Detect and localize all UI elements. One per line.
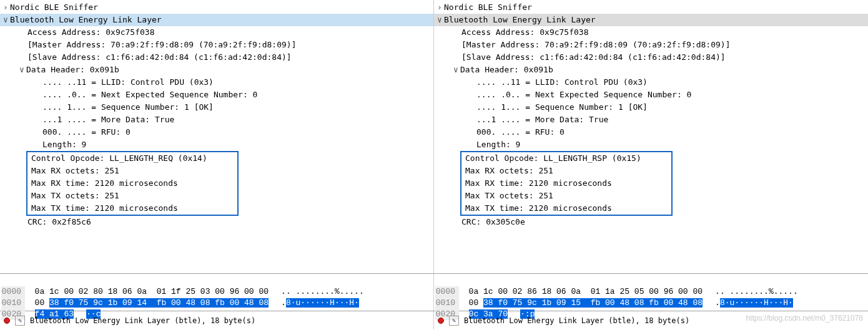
tree-item-sn[interactable]: .... 1... = Sequence Number: 1 [OK] [0,101,433,114]
tree-item-master-addr[interactable]: [Master Address: 70:a9:2f:f9:d8:09 (70:a… [0,39,433,51]
label: Control Opcode: LL_LENGTH_REQ (0x14) [31,153,207,163]
right-pane: ›Nordic BLE Sniffer ∨Bluetooth Low Energ… [434,0,868,273]
tree-item-nesn[interactable]: .... .0.. = Next Expected Sequence Numbe… [0,89,433,101]
tree-item-nesn[interactable]: .... .0.. = Next Expected Sequence Numbe… [434,89,868,101]
highlight-box: Control Opcode: LL_LENGTH_REQ (0x14) Max… [26,151,239,216]
tree-item-access-addr[interactable]: Access Address: 0x9c75f038 [434,26,868,39]
hex-ascii: .8·u······H···H· [703,298,793,309]
tree-item-llid[interactable]: .... ..11 = LLID: Control PDU (0x3) [0,76,433,89]
tree-item-access-addr[interactable]: Access Address: 0x9c75f038 [0,26,433,39]
hex-row[interactable]: 0000 0a 1c 00 02 80 18 06 0a 01 1f 25 03… [1,287,364,296]
left-pane: ›Nordic BLE Sniffer ∨Bluetooth Low Energ… [0,0,434,273]
tree-item-nordic[interactable]: ›Nordic BLE Sniffer [434,1,868,14]
hex-ascii: .. ........%..... [269,286,364,298]
label: .... .0.. = Next Expected Sequence Numbe… [42,90,257,99]
hex-ascii: .. ........%..... [703,286,798,298]
label: CRC: 0x305c0e [461,217,525,226]
label: Max TX octets: 251 [31,191,119,200]
hex-bytes: 0a 1c 00 02 80 18 06 0a 01 1f 25 03 00 9… [35,287,269,296]
tree-item-tx-time[interactable]: Max TX time: 2120 microseconds [27,202,237,215]
label: Data Header: 0x091b [26,65,119,74]
tree-item-opcode[interactable]: Control Opcode: LL_LENGTH_REQ (0x14) [27,152,237,165]
hex-bytes-plain: 00 [35,298,49,308]
tree-item-crc[interactable]: CRC: 0x305c0e [434,216,868,228]
tree-item-rx-time[interactable]: Max RX time: 2120 microseconds [27,177,237,190]
label: Max RX octets: 251 [31,166,119,175]
tree-item-crc[interactable]: CRC: 0x2f85c6 [0,216,433,228]
tree-item-tx-octets[interactable]: Max TX octets: 251 [461,190,671,202]
hex-row[interactable]: 0000 0a 1c 00 02 86 18 06 0a 01 1a 25 05… [435,287,798,296]
tree-item-length[interactable]: Length: 9 [0,138,433,151]
label: [Master Address: 70:a9:2f:f9:d8:09 (70:a… [461,40,730,49]
hex-dump-right[interactable]: 0000 0a 1c 00 02 86 18 06 0a 01 1a 25 05… [434,274,868,311]
hex-ascii: .8·u······H···H· [269,298,359,309]
edit-icon[interactable]: ✎ [449,316,459,326]
label: 000. .... = RFU: 0 [476,127,565,137]
hex-row[interactable]: 0010 00 38 f0 75 9c 1b 09 15 fb 00 48 08… [435,298,793,308]
tree-item-data-header[interactable]: ∨Data Header: 0x091b [0,64,433,76]
packet-tree-right[interactable]: ›Nordic BLE Sniffer ∨Bluetooth Low Energ… [434,0,868,273]
status-text: Bluetooth Low Energy Link Layer (btle), … [464,315,689,326]
packet-tree-left[interactable]: ›Nordic BLE Sniffer ∨Bluetooth Low Energ… [0,0,433,273]
label: ...1 .... = More Data: True [42,115,174,124]
tree-item-length[interactable]: Length: 9 [434,138,868,151]
label: [Slave Address: c1:f6:ad:42:0d:84 (c1:f6… [27,52,292,62]
hex-bytes-highlight: 38 f0 75 9c 1b 09 14 fb 00 48 08 fb 00 4… [49,298,269,308]
hex-bytes-highlight: 38 f0 75 9c 1b 09 15 fb 00 48 08 fb 00 4… [483,298,703,308]
tree-item-tx-time[interactable]: Max TX time: 2120 microseconds [461,202,671,215]
status-text: Bluetooth Low Energy Link Layer (btle), … [30,315,255,326]
tree-item-llid[interactable]: .... ..11 = LLID: Control PDU (0x3) [434,76,868,89]
highlight-box: Control Opcode: LL_LENGTH_RSP (0x15) Max… [460,151,673,216]
chevron-right-icon: › [436,1,443,14]
tree-item-rfu[interactable]: 000. .... = RFU: 0 [434,126,868,138]
status-left: ✎ Bluetooth Low Energy Link Layer (btle)… [0,311,434,329]
label: [Slave Address: c1:f6:ad:42:0d:84 (c1:f6… [461,52,726,62]
label: ...1 .... = More Data: True [476,115,608,124]
label: Length: 9 [476,140,520,149]
tree-item-ll-layer[interactable]: ∨Bluetooth Low Energy Link Layer [434,14,868,26]
tree-item-tx-octets[interactable]: Max TX octets: 251 [27,190,237,202]
tree-item-rx-octets[interactable]: Max RX octets: 251 [27,165,237,177]
hex-offset: 0000 [1,286,25,298]
label: Max TX time: 2120 microseconds [465,203,612,213]
hex-dump-panes: 0000 0a 1c 00 02 80 18 06 0a 01 1f 25 03… [0,273,868,311]
edit-icon[interactable]: ✎ [15,316,25,326]
tree-item-opcode[interactable]: Control Opcode: LL_LENGTH_RSP (0x15) [461,152,671,165]
label: CRC: 0x2f85c6 [27,217,91,226]
tree-item-rx-octets[interactable]: Max RX octets: 251 [461,165,671,177]
tree-item-slave-addr[interactable]: [Slave Address: c1:f6:ad:42:0d:84 (c1:f6… [434,51,868,64]
label: Bluetooth Low Energy Link Layer [444,15,596,24]
record-stop-icon[interactable] [4,318,10,324]
watermark-text: https://blog.csdn.net/m0_37621078 [746,313,863,324]
hex-bytes-plain: 00 [469,298,483,308]
hex-offset: 0000 [435,286,459,298]
label: Access Address: 0x9c75f038 [27,27,155,37]
tree-item-slave-addr[interactable]: [Slave Address: c1:f6:ad:42:0d:84 (c1:f6… [0,51,433,64]
hex-row[interactable]: 0010 00 38 f0 75 9c 1b 09 14 fb 00 48 08… [1,298,359,308]
label: Max TX time: 2120 microseconds [31,203,178,213]
label: .... ..11 = LLID: Control PDU (0x3) [42,77,214,87]
tree-item-ll-layer[interactable]: ∨Bluetooth Low Energy Link Layer [0,14,433,26]
tree-item-rx-time[interactable]: Max RX time: 2120 microseconds [461,177,671,190]
tree-item-data-header[interactable]: ∨Data Header: 0x091b [434,64,868,76]
label: .... ..11 = LLID: Control PDU (0x3) [476,77,648,87]
tree-item-md[interactable]: ...1 .... = More Data: True [434,114,868,126]
label: [Master Address: 70:a9:2f:f9:d8:09 (70:a… [27,40,296,49]
tree-item-rfu[interactable]: 000. .... = RFU: 0 [0,126,433,138]
tree-item-sn[interactable]: .... 1... = Sequence Number: 1 [OK] [434,101,868,114]
label: Nordic BLE Sniffer [10,2,98,12]
label: 000. .... = RFU: 0 [42,127,131,137]
label: Max RX time: 2120 microseconds [465,178,612,188]
tree-item-master-addr[interactable]: [Master Address: 70:a9:2f:f9:d8:09 (70:a… [434,39,868,51]
status-bar: ✎ Bluetooth Low Energy Link Layer (btle)… [0,311,868,329]
label: Control Opcode: LL_LENGTH_RSP (0x15) [465,153,641,163]
tree-item-md[interactable]: ...1 .... = More Data: True [0,114,433,126]
tree-item-nordic[interactable]: ›Nordic BLE Sniffer [0,1,433,14]
record-stop-icon[interactable] [438,318,444,324]
chevron-right-icon: › [2,1,9,14]
hex-bytes: 0a 1c 00 02 86 18 06 0a 01 1a 25 05 00 9… [469,287,703,296]
hex-offset: 0010 [1,298,25,309]
chevron-down-icon: ∨ [2,14,9,26]
label: Bluetooth Low Energy Link Layer [10,15,162,24]
hex-dump-left[interactable]: 0000 0a 1c 00 02 80 18 06 0a 01 1f 25 03… [0,274,434,311]
